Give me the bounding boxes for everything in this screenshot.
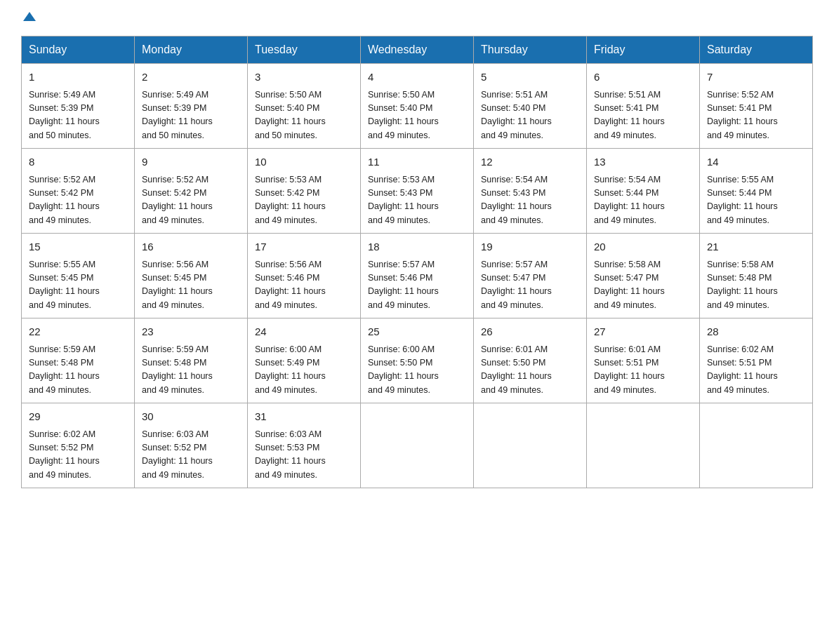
calendar-week-row-2: 8Sunrise: 5:52 AMSunset: 5:42 PMDaylight…: [22, 149, 813, 234]
calendar-cell: 16Sunrise: 5:56 AMSunset: 5:45 PMDayligh…: [135, 234, 248, 318]
day-number: 13: [594, 154, 692, 170]
calendar-cell: 21Sunrise: 5:58 AMSunset: 5:48 PMDayligh…: [700, 234, 813, 318]
day-info: Sunrise: 6:02 AMSunset: 5:51 PMDaylight:…: [707, 343, 805, 398]
calendar-cell: 23Sunrise: 5:59 AMSunset: 5:48 PMDayligh…: [135, 318, 248, 403]
day-info: Sunrise: 5:59 AMSunset: 5:48 PMDaylight:…: [142, 343, 240, 398]
day-number: 5: [481, 69, 579, 86]
logo-triangle-icon: [23, 12, 36, 21]
calendar-cell: 28Sunrise: 6:02 AMSunset: 5:51 PMDayligh…: [700, 318, 813, 403]
calendar-week-row-1: 1Sunrise: 5:49 AMSunset: 5:39 PMDaylight…: [22, 64, 813, 149]
calendar-cell: 5Sunrise: 5:51 AMSunset: 5:40 PMDaylight…: [474, 64, 587, 149]
calendar-cell: 10Sunrise: 5:53 AMSunset: 5:42 PMDayligh…: [248, 149, 361, 234]
day-number: 8: [29, 154, 127, 170]
day-info: Sunrise: 6:02 AMSunset: 5:52 PMDaylight:…: [29, 428, 127, 483]
calendar-cell: 1Sunrise: 5:49 AMSunset: 5:39 PMDaylight…: [22, 64, 135, 149]
day-number: 16: [142, 239, 240, 255]
day-number: 4: [368, 69, 466, 86]
day-number: 14: [707, 154, 805, 170]
calendar-cell: 11Sunrise: 5:53 AMSunset: 5:43 PMDayligh…: [361, 149, 474, 234]
day-number: 15: [29, 239, 127, 255]
day-info: Sunrise: 5:50 AMSunset: 5:40 PMDaylight:…: [368, 88, 466, 143]
weekday-header-sunday: Sunday: [22, 36, 135, 64]
calendar-cell: 15Sunrise: 5:55 AMSunset: 5:45 PMDayligh…: [22, 234, 135, 318]
day-number: 11: [368, 154, 466, 170]
day-number: 10: [255, 154, 353, 170]
day-number: 19: [481, 239, 579, 255]
calendar-cell: 29Sunrise: 6:02 AMSunset: 5:52 PMDayligh…: [22, 403, 135, 488]
calendar-cell: [700, 403, 813, 488]
logo: [21, 14, 36, 23]
day-info: Sunrise: 5:54 AMSunset: 5:44 PMDaylight:…: [594, 173, 692, 228]
day-number: 30: [142, 409, 240, 425]
day-info: Sunrise: 5:53 AMSunset: 5:42 PMDaylight:…: [255, 173, 353, 228]
day-info: Sunrise: 5:58 AMSunset: 5:48 PMDaylight:…: [707, 258, 805, 313]
day-number: 28: [707, 324, 805, 340]
weekday-header-monday: Monday: [135, 36, 248, 64]
day-info: Sunrise: 5:52 AMSunset: 5:42 PMDaylight:…: [142, 173, 240, 228]
calendar-cell: 26Sunrise: 6:01 AMSunset: 5:50 PMDayligh…: [474, 318, 587, 403]
calendar-cell: 27Sunrise: 6:01 AMSunset: 5:51 PMDayligh…: [587, 318, 700, 403]
day-number: 22: [29, 324, 127, 340]
day-info: Sunrise: 5:49 AMSunset: 5:39 PMDaylight:…: [142, 88, 240, 143]
day-number: 20: [594, 239, 692, 255]
day-number: 24: [255, 324, 353, 340]
calendar-cell: 22Sunrise: 5:59 AMSunset: 5:48 PMDayligh…: [22, 318, 135, 403]
calendar-cell: 4Sunrise: 5:50 AMSunset: 5:40 PMDaylight…: [361, 64, 474, 149]
day-number: 7: [707, 69, 805, 86]
calendar-cell: 25Sunrise: 6:00 AMSunset: 5:50 PMDayligh…: [361, 318, 474, 403]
page-header: [21, 14, 813, 23]
calendar-week-row-4: 22Sunrise: 5:59 AMSunset: 5:48 PMDayligh…: [22, 318, 813, 403]
day-number: 29: [29, 409, 127, 425]
day-info: Sunrise: 5:57 AMSunset: 5:46 PMDaylight:…: [368, 258, 466, 313]
day-number: 17: [255, 239, 353, 255]
day-info: Sunrise: 6:01 AMSunset: 5:50 PMDaylight:…: [481, 343, 579, 398]
weekday-header-wednesday: Wednesday: [361, 36, 474, 64]
day-number: 9: [142, 154, 240, 170]
day-info: Sunrise: 5:51 AMSunset: 5:40 PMDaylight:…: [481, 88, 579, 143]
day-info: Sunrise: 6:00 AMSunset: 5:49 PMDaylight:…: [255, 343, 353, 398]
calendar-cell: 2Sunrise: 5:49 AMSunset: 5:39 PMDaylight…: [135, 64, 248, 149]
day-number: 25: [368, 324, 466, 340]
day-info: Sunrise: 6:03 AMSunset: 5:52 PMDaylight:…: [142, 428, 240, 483]
calendar-cell: 7Sunrise: 5:52 AMSunset: 5:41 PMDaylight…: [700, 64, 813, 149]
calendar-cell: 13Sunrise: 5:54 AMSunset: 5:44 PMDayligh…: [587, 149, 700, 234]
day-number: 18: [368, 239, 466, 255]
day-info: Sunrise: 6:00 AMSunset: 5:50 PMDaylight:…: [368, 343, 466, 398]
weekday-header-friday: Friday: [587, 36, 700, 64]
calendar-cell: 6Sunrise: 5:51 AMSunset: 5:41 PMDaylight…: [587, 64, 700, 149]
calendar-cell: 8Sunrise: 5:52 AMSunset: 5:42 PMDaylight…: [22, 149, 135, 234]
day-info: Sunrise: 5:54 AMSunset: 5:43 PMDaylight:…: [481, 173, 579, 228]
calendar-cell: 9Sunrise: 5:52 AMSunset: 5:42 PMDaylight…: [135, 149, 248, 234]
calendar-cell: 12Sunrise: 5:54 AMSunset: 5:43 PMDayligh…: [474, 149, 587, 234]
calendar-table: SundayMondayTuesdayWednesdayThursdayFrid…: [21, 36, 813, 488]
day-info: Sunrise: 5:49 AMSunset: 5:39 PMDaylight:…: [29, 88, 127, 143]
day-number: 2: [142, 69, 240, 86]
day-info: Sunrise: 5:55 AMSunset: 5:44 PMDaylight:…: [707, 173, 805, 228]
day-number: 26: [481, 324, 579, 340]
day-info: Sunrise: 5:57 AMSunset: 5:47 PMDaylight:…: [481, 258, 579, 313]
weekday-header-tuesday: Tuesday: [248, 36, 361, 64]
calendar-cell: [361, 403, 474, 488]
calendar-cell: [474, 403, 587, 488]
day-number: 12: [481, 154, 579, 170]
day-info: Sunrise: 6:03 AMSunset: 5:53 PMDaylight:…: [255, 428, 353, 483]
day-info: Sunrise: 5:56 AMSunset: 5:46 PMDaylight:…: [255, 258, 353, 313]
weekday-header-row: SundayMondayTuesdayWednesdayThursdayFrid…: [22, 36, 813, 64]
day-number: 23: [142, 324, 240, 340]
calendar-cell: 14Sunrise: 5:55 AMSunset: 5:44 PMDayligh…: [700, 149, 813, 234]
day-info: Sunrise: 5:59 AMSunset: 5:48 PMDaylight:…: [29, 343, 127, 398]
calendar-cell: 3Sunrise: 5:50 AMSunset: 5:40 PMDaylight…: [248, 64, 361, 149]
day-number: 31: [255, 409, 353, 425]
calendar-cell: 24Sunrise: 6:00 AMSunset: 5:49 PMDayligh…: [248, 318, 361, 403]
day-number: 21: [707, 239, 805, 255]
day-number: 27: [594, 324, 692, 340]
calendar-week-row-3: 15Sunrise: 5:55 AMSunset: 5:45 PMDayligh…: [22, 234, 813, 318]
calendar-cell: 19Sunrise: 5:57 AMSunset: 5:47 PMDayligh…: [474, 234, 587, 318]
calendar-cell: 17Sunrise: 5:56 AMSunset: 5:46 PMDayligh…: [248, 234, 361, 318]
day-number: 1: [29, 69, 127, 86]
weekday-header-saturday: Saturday: [700, 36, 813, 64]
weekday-header-thursday: Thursday: [474, 36, 587, 64]
calendar-cell: 31Sunrise: 6:03 AMSunset: 5:53 PMDayligh…: [248, 403, 361, 488]
day-info: Sunrise: 5:53 AMSunset: 5:43 PMDaylight:…: [368, 173, 466, 228]
day-info: Sunrise: 6:01 AMSunset: 5:51 PMDaylight:…: [594, 343, 692, 398]
